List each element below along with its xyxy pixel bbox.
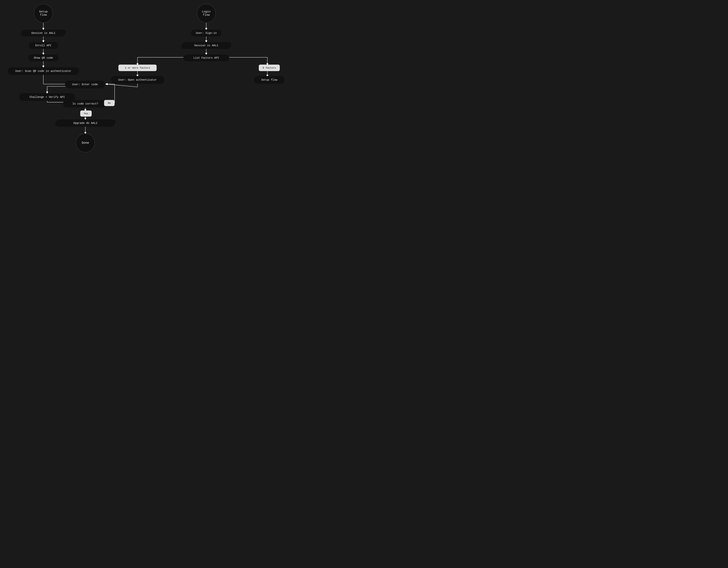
one-or-more-factors-badge: 1 or more factors <box>118 65 157 71</box>
yes-badge: Yes <box>80 110 92 117</box>
setup-flow-right: Setup flow <box>254 76 285 84</box>
zero-factors-badge: 0 factors <box>259 65 280 71</box>
enroll-api: Enroll API <box>29 42 58 49</box>
no-badge: No <box>104 100 115 106</box>
challenge-verify-api: Challenge + Verify API <box>19 93 75 101</box>
user-enter-code: User: Enter code <box>65 81 105 88</box>
list-factors-api: List Factors API <box>183 54 229 61</box>
user-open-authenticator: User: Open authenticator <box>111 76 164 84</box>
session-aal1-left: Session is AAL1 <box>20 30 67 36</box>
user-signin: User: Sign-in <box>191 30 222 36</box>
setup-flow-circle: Setup flow <box>34 4 53 23</box>
svg-line-28 <box>106 84 138 87</box>
is-code-correct: Is code correct? <box>63 100 108 108</box>
done-circle: Done <box>76 133 95 152</box>
user-scan-qr: User: Scan QR code in authenticator <box>8 67 79 75</box>
login-flow-circle: Login flow <box>197 4 216 23</box>
upgrade-aal2: Upgrade do AAL2 <box>54 119 116 127</box>
session-aal1-right: Session is AAL1 <box>180 42 232 49</box>
show-qr-code: Show QR code <box>28 54 58 61</box>
diagram: Setup flow Session is AAL1 Enroll API Sh… <box>0 0 364 284</box>
